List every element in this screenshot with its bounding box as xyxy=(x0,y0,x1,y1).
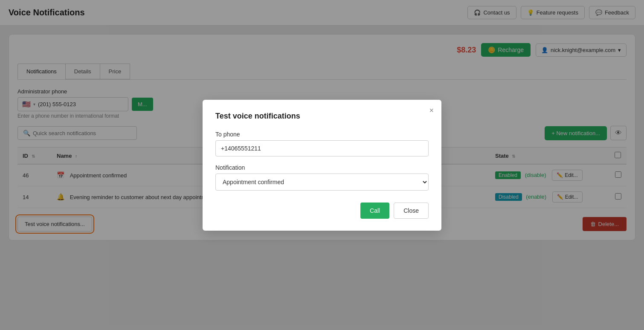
modal-overlay: Test voice notifications × To phone Noti… xyxy=(0,0,644,249)
modal-buttons: Call Close xyxy=(215,203,429,219)
test-voice-modal: Test voice notifications × To phone Noti… xyxy=(203,100,441,231)
to-phone-input[interactable] xyxy=(215,140,429,156)
modal-close-x-button[interactable]: × xyxy=(429,107,434,114)
call-button[interactable]: Call xyxy=(360,203,389,219)
notification-select[interactable]: Appointment confirmed Evening reminder t… xyxy=(215,174,429,191)
modal-title: Test voice notifications xyxy=(215,112,429,121)
notification-label: Notification xyxy=(215,164,429,171)
close-button[interactable]: Close xyxy=(394,203,429,219)
to-phone-label: To phone xyxy=(215,131,429,138)
